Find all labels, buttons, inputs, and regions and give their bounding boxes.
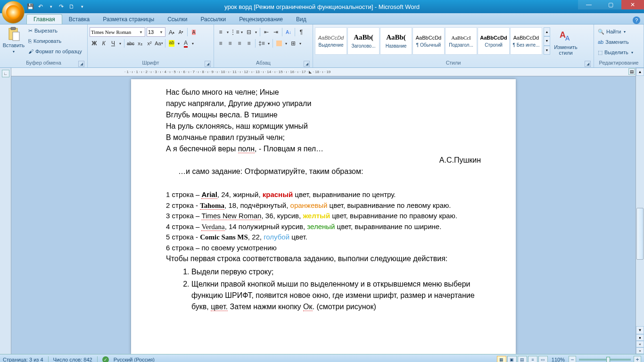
font-launcher[interactable]: ◢ — [205, 61, 211, 67]
tab-references[interactable]: Ссылки — [161, 15, 194, 24]
copy-button[interactable]: ⎘Копировать — [26, 36, 84, 46]
scroll-thumb[interactable] — [636, 208, 644, 260]
bullets-button[interactable]: ≡ — [216, 27, 225, 37]
vertical-ruler[interactable]: ∟ — [0, 68, 11, 354]
tab-view[interactable]: Вид — [289, 15, 313, 24]
tab-selector[interactable]: ∟ — [2, 70, 9, 77]
vertical-scrollbar[interactable]: ▲ ▼ ● « » — [636, 68, 644, 354]
change-styles-button[interactable]: AA Изменить стили — [554, 27, 578, 57]
status-words[interactable]: Число слов: 842 — [53, 357, 92, 362]
replace-button[interactable]: abЗаменить — [596, 37, 635, 47]
tab-mailings[interactable]: Рассылки — [194, 15, 232, 24]
paste-button[interactable]: Вставить▾ — [2, 25, 25, 55]
styles-scroll-up[interactable]: ▲ — [544, 27, 550, 36]
zoom-value[interactable]: 110% — [552, 357, 565, 362]
bullets-more[interactable]: ▾ — [225, 27, 230, 37]
scroll-up-button[interactable]: ▲ — [636, 68, 644, 76]
save-icon[interactable]: 💾 — [26, 3, 34, 10]
italic-button[interactable]: К — [99, 39, 108, 48]
align-left-button[interactable]: ≡ — [216, 39, 225, 48]
horizontal-ruler[interactable]: · 1 · ı · 1 · ı · 2 · ı · 3 · ı · 4 · ı … — [11, 68, 636, 76]
style-item-6[interactable]: AaBbCcDd¶ Без инте... — [510, 27, 542, 55]
spellcheck-icon[interactable]: ✓ — [102, 356, 109, 362]
shrink-font-button[interactable]: A▾ — [176, 27, 186, 37]
style-item-4[interactable]: AaBbCcIПодзагол... — [445, 27, 477, 55]
maximize-button[interactable]: ▢ — [600, 0, 621, 9]
tab-home[interactable]: Главная — [26, 14, 62, 24]
underline-button[interactable]: Ч — [108, 39, 118, 48]
style-item-3[interactable]: AaBbCcDd¶ Обычный — [413, 27, 445, 55]
sort-button[interactable]: A↓ — [284, 27, 293, 37]
scroll-down-button[interactable]: ▼ — [636, 326, 644, 334]
format-painter-button[interactable]: 🖌Формат по образцу — [26, 46, 84, 57]
font-name-combo[interactable]: Times New Roman▼ — [90, 27, 145, 37]
view-draft[interactable]: ▭ — [538, 356, 548, 362]
view-web[interactable]: ▤ — [518, 356, 527, 362]
zoom-in-button[interactable]: + — [634, 356, 641, 362]
font-size-combo[interactable]: 13▼ — [147, 27, 165, 37]
indent-dec-button[interactable]: ⇤ — [262, 27, 271, 37]
view-full-screen[interactable]: ▣ — [507, 356, 517, 362]
numbering-more[interactable]: ▾ — [239, 27, 244, 37]
line-spacing-button[interactable]: ‡≡ — [257, 39, 266, 48]
qat-customize-icon[interactable]: ▾ — [78, 3, 86, 10]
zoom-thumb[interactable] — [606, 357, 610, 362]
align-right-button[interactable]: ≡ — [235, 39, 244, 48]
style-item-2[interactable]: AaBb(Название — [380, 27, 412, 55]
strike-button[interactable]: abc — [126, 39, 135, 48]
tab-page-layout[interactable]: Разметка страницы — [96, 15, 161, 24]
highlight-more-button[interactable]: ▾ — [176, 39, 181, 48]
new-doc-icon[interactable]: 🗋 — [68, 3, 75, 10]
bold-button[interactable]: Ж — [90, 39, 99, 48]
ruler-toggle-button[interactable]: ▤ — [628, 68, 635, 75]
underline-more-button[interactable]: ▾ — [118, 39, 123, 48]
tab-review[interactable]: Рецензирование — [232, 15, 289, 24]
indent-inc-button[interactable]: ⇥ — [271, 27, 281, 37]
next-page-button[interactable]: » — [636, 347, 644, 354]
find-button[interactable]: 🔍Найти▾ — [596, 26, 635, 37]
select-button[interactable]: ⬚Выделить▾ — [596, 47, 635, 58]
line-spacing-more[interactable]: ▾ — [266, 39, 271, 48]
justify-button[interactable]: ≡ — [244, 39, 254, 48]
minimize-button[interactable]: — — [578, 0, 600, 9]
change-case-button[interactable]: Aa▾ — [154, 39, 164, 48]
styles-launcher[interactable]: ◢ — [585, 61, 591, 67]
document-page[interactable]: Нас было много на челне; Иные парус напр… — [131, 79, 516, 354]
multilevel-button[interactable]: ⊟ — [244, 27, 254, 37]
style-item-1[interactable]: AaBb(Заголово... — [347, 27, 380, 55]
borders-button[interactable]: ⊞ — [289, 39, 298, 48]
help-icon[interactable]: ? — [633, 16, 640, 24]
redo-icon[interactable]: ↷ — [58, 3, 65, 10]
qat-undo-more-icon[interactable]: ▾ — [47, 3, 55, 10]
styles-expand[interactable]: ▼ — [544, 46, 550, 55]
page-viewport[interactable]: Нас было много на челне; Иные парус напр… — [11, 76, 636, 354]
highlight-button[interactable]: ab — [167, 39, 176, 48]
paragraph-launcher[interactable]: ◢ — [304, 61, 310, 67]
style-item-0[interactable]: AaBbCcDdВыделение — [315, 27, 347, 55]
view-outline[interactable]: ≡ — [528, 356, 537, 362]
zoom-slider[interactable] — [579, 359, 631, 361]
align-center-button[interactable]: ≡ — [225, 39, 235, 48]
office-button[interactable] — [2, 1, 25, 24]
multilevel-more[interactable]: ▾ — [254, 27, 258, 37]
subscript-button[interactable]: x₂ — [135, 39, 145, 48]
shading-more[interactable]: ▾ — [284, 39, 289, 48]
scroll-track[interactable] — [636, 76, 644, 326]
borders-more[interactable]: ▾ — [298, 39, 303, 48]
view-print-layout[interactable]: ▦ — [497, 356, 506, 362]
clipboard-launcher[interactable]: ◢ — [78, 61, 84, 67]
clear-format-button[interactable]: A — [189, 27, 198, 37]
close-button[interactable]: ✕ — [621, 0, 644, 9]
tab-insert[interactable]: Вставка — [62, 15, 97, 24]
cut-button[interactable]: ✂Вырезать — [26, 25, 84, 36]
prev-page-button[interactable]: « — [636, 341, 644, 347]
shading-button[interactable] — [274, 39, 284, 48]
font-color-button[interactable]: A — [181, 39, 190, 48]
show-marks-button[interactable]: ¶ — [297, 27, 306, 37]
grow-font-button[interactable]: A▴ — [167, 27, 176, 37]
status-page[interactable]: Страница: 3 из 4 — [3, 357, 43, 362]
status-language[interactable]: Русский (Россия) — [114, 357, 155, 362]
numbering-button[interactable]: ⋮≡ — [230, 27, 239, 37]
browse-object-button[interactable]: ● — [636, 334, 644, 341]
styles-scroll-down[interactable]: ▼ — [544, 36, 550, 45]
